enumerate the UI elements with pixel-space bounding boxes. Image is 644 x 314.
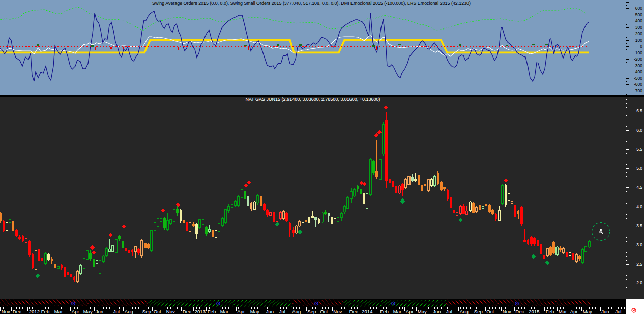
svg-text:Jun: Jun (266, 309, 274, 314)
svg-text:May: May (83, 309, 93, 314)
svg-text:Jul: Jul (113, 309, 120, 314)
svg-text:May: May (583, 309, 592, 314)
svg-text:Jul: Jul (446, 309, 452, 314)
svg-text:5.0: 5.0 (636, 166, 642, 171)
svg-text:Jul: Jul (615, 309, 621, 314)
svg-text:May: May (418, 309, 427, 314)
svg-text:-600: -600 (634, 82, 642, 87)
svg-text:Aug: Aug (292, 309, 301, 314)
svg-text:-500: -500 (634, 76, 642, 81)
svg-text:Aug: Aug (125, 309, 133, 314)
svg-text:-700: -700 (634, 88, 642, 93)
svg-text:3.5: 3.5 (636, 223, 642, 229)
svg-text:Dec: Dec (349, 309, 358, 314)
svg-text:2014: 2014 (362, 309, 372, 314)
svg-text:Sep: Sep (474, 309, 483, 314)
svg-text:2012: 2012 (29, 309, 40, 314)
svg-text:Feb: Feb (208, 309, 216, 314)
svg-text:400: 400 (635, 18, 642, 23)
svg-text:500: 500 (635, 12, 642, 17)
svg-text:Mar: Mar (220, 309, 228, 314)
svg-text:Dec: Dec (515, 309, 524, 314)
svg-text:Nov: Nov (2, 309, 10, 314)
svg-text:Aug: Aug (460, 309, 469, 314)
svg-text:Mar: Mar (393, 309, 401, 314)
svg-text:May: May (250, 309, 259, 314)
svg-text:Mar: Mar (559, 309, 567, 314)
svg-text:Feb: Feb (41, 309, 49, 314)
svg-text:0: 0 (640, 44, 642, 49)
svg-text:Dec: Dec (183, 309, 191, 314)
svg-text:6.5: 6.5 (636, 108, 642, 113)
svg-text:600: 600 (635, 6, 642, 11)
svg-text:Oct: Oct (486, 309, 494, 314)
svg-text:Mar: Mar (54, 309, 63, 314)
svg-text:100: 100 (635, 38, 642, 43)
svg-text:Nov: Nov (166, 309, 175, 314)
svg-text:-400: -400 (634, 69, 642, 74)
svg-text:Feb: Feb (546, 309, 554, 314)
svg-text:Nov: Nov (333, 309, 342, 314)
svg-text:2.5: 2.5 (636, 262, 642, 267)
svg-text:-200: -200 (634, 56, 642, 62)
svg-text:Jul: Jul (279, 309, 285, 314)
svg-text:Nov: Nov (503, 309, 511, 314)
svg-text:Apr: Apr (570, 309, 578, 314)
svg-text:3.0: 3.0 (636, 242, 642, 247)
svg-text:-300: -300 (634, 63, 642, 68)
svg-text:Feb: Feb (380, 309, 388, 314)
svg-text:Jun: Jun (96, 309, 103, 314)
svg-text:Apr: Apr (237, 309, 245, 314)
svg-text:300: 300 (635, 25, 642, 30)
svg-text:-100: -100 (634, 50, 642, 55)
svg-text:Oct: Oct (320, 309, 328, 314)
svg-text:Jun: Jun (433, 309, 441, 314)
svg-text:6.0: 6.0 (636, 128, 642, 133)
svg-text:Dec: Dec (13, 309, 21, 314)
svg-text:2015: 2015 (529, 309, 539, 314)
svg-text:4.0: 4.0 (636, 204, 642, 209)
svg-text:Sep: Sep (142, 309, 151, 314)
svg-text:Sep: Sep (307, 309, 316, 314)
svg-text:2.0: 2.0 (636, 280, 642, 286)
svg-text:Oct: Oct (154, 309, 161, 314)
svg-text:Apr: Apr (406, 309, 414, 314)
svg-text:200: 200 (635, 31, 642, 36)
svg-text:2013: 2013 (195, 309, 206, 314)
svg-text:Swing Average Orders 2015 (0.0: Swing Average Orders 2015 (0.0, 0.0), Sw… (152, 1, 471, 6)
svg-text:Apr: Apr (72, 309, 79, 314)
svg-text:NAT GAS JUN15 (2.91400, 3.0360: NAT GAS JUN15 (2.91400, 3.03600, 2.78500… (245, 97, 380, 102)
svg-text:4.5: 4.5 (636, 185, 642, 190)
svg-text:5.5: 5.5 (636, 147, 642, 152)
svg-text:Jun: Jun (601, 309, 609, 314)
